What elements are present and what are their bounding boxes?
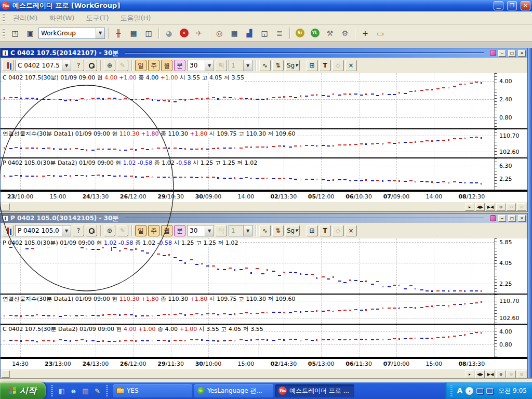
ime-indicator[interactable]: A: [457, 387, 462, 395]
grid-layout-button[interactable]: ⊞: [307, 60, 318, 71]
chart-maximize-button[interactable]: ▢: [508, 215, 516, 222]
quote-board-icon[interactable]: ▤: [127, 27, 140, 39]
network-icon[interactable]: [476, 388, 483, 394]
signal-button[interactable]: Sg▼: [285, 225, 300, 236]
grid-nav-button[interactable]: ⊞: [517, 203, 526, 211]
task-yes[interactable]: YES: [113, 384, 192, 397]
text-tool-button[interactable]: T: [320, 225, 331, 236]
workgroup-combo-arrow-icon[interactable]: ▼: [96, 28, 104, 38]
crosshair-button[interactable]: ⊕: [104, 225, 115, 236]
line-chart-button[interactable]: ∿: [259, 60, 271, 71]
pane-plot-area[interactable]: P 0402 105.0(30분) 01/09 09:00 현 1.02 -0.…: [1, 238, 494, 294]
start-button[interactable]: 시작: [0, 382, 46, 399]
period-button-2[interactable]: 월: [161, 60, 172, 71]
mail-icon[interactable]: ▥: [81, 387, 90, 395]
symbol-combobox[interactable]: C 0402 107.5▼: [15, 60, 71, 71]
pane-plot-area[interactable]: P 0402 105.0(30분 Data2) 01/09 09:00 현 1.…: [1, 158, 494, 190]
candlestick-chart-icon[interactable]: ╫: [112, 27, 125, 39]
dart-icon[interactable]: ◎: [212, 27, 226, 39]
chart-maximize-button[interactable]: ▢: [508, 50, 516, 57]
scroll-right-button[interactable]: ▸: [465, 370, 474, 378]
minimize-button[interactable]: ▁: [494, 1, 503, 10]
line-chart-button[interactable]: ∿: [259, 225, 271, 236]
pane-plot-area[interactable]: C 0402 107.5(30분 Data2) 01/09 09:00 현 4.…: [1, 325, 494, 357]
help-button[interactable]: ?: [73, 60, 84, 71]
zoom-button[interactable]: [86, 225, 97, 236]
chart-window-titlebar-0[interactable]: C 0402 107.5(20142107) - 30분─▢✕: [1, 48, 527, 58]
compress-button[interactable]: ▶◀: [486, 203, 495, 211]
text-tool-button[interactable]: T: [320, 60, 331, 71]
pin-icon[interactable]: [490, 215, 496, 221]
tick-combobox[interactable]: 1▼: [229, 60, 252, 71]
stock-search-icon[interactable]: ◫: [142, 27, 155, 39]
updown-button[interactable]: ⇅: [272, 60, 284, 71]
scroll-right-button[interactable]: ▸: [465, 203, 474, 211]
pan-lr-button[interactable]: ◀▶: [475, 203, 485, 211]
interval-combo-arrow-icon[interactable]: ▼: [205, 225, 214, 236]
period-button-1[interactable]: 주: [148, 225, 159, 236]
restore-button[interactable]: ❐: [507, 1, 517, 10]
zoom-out-button[interactable]: ⊖: [507, 203, 516, 211]
period-button-0[interactable]: 일: [135, 225, 147, 236]
symbol-combo-arrow-icon[interactable]: ▼: [62, 225, 71, 236]
period-button-minute[interactable]: 분: [174, 225, 185, 236]
toolbar-grip[interactable]: [3, 29, 5, 38]
chart-close-button[interactable]: ✕: [518, 50, 526, 57]
clock[interactable]: 오전 9:05: [498, 387, 527, 395]
diamond-tool-button[interactable]: ◇: [332, 60, 344, 71]
wrench-icon[interactable]: ⚒: [323, 27, 337, 39]
draw-pencil-button[interactable]: ✎: [117, 60, 128, 71]
draw-pencil-button[interactable]: ✎: [117, 225, 128, 236]
compress-button[interactable]: ▶◀: [486, 370, 495, 378]
chart-close-tool-button[interactable]: ×: [345, 225, 357, 236]
network-icon-2[interactable]: [486, 388, 493, 394]
task-yestrader[interactable]: Yes예스트레이더 프로 ...: [275, 384, 354, 397]
symbol-select-button[interactable]: [2, 60, 14, 71]
chart-close-tool-button[interactable]: ×: [345, 60, 357, 71]
interval-combobox[interactable]: 30▼: [187, 225, 214, 236]
interval-combo-arrow-icon[interactable]: ▼: [205, 60, 214, 71]
bar-chart-icon[interactable]: ▟: [243, 27, 256, 39]
scroll-box[interactable]: [2, 203, 10, 210]
menu-item-2[interactable]: 도구(T): [81, 12, 114, 24]
pane-plot-area[interactable]: 연결선물지수(30분 Data1) 01/09 09:00 현 110.30 +…: [1, 129, 494, 157]
stop-icon[interactable]: ✕: [177, 27, 191, 39]
scroll-box[interactable]: [2, 370, 10, 378]
pane-plot-area[interactable]: 연결선물지수(30분 Data1) 01/09 09:00 현 110.30 +…: [1, 295, 494, 324]
yl-badge-icon[interactable]: YL: [308, 27, 322, 39]
language-bar-icon[interactable]: ‹: [466, 387, 473, 395]
help-button[interactable]: ?: [73, 225, 84, 236]
news-icon[interactable]: ≣: [273, 27, 286, 39]
app-titlebar[interactable]: Yes 예스트레이더 프로 [WorkGroup] ▁ ❐ ✕: [0, 0, 532, 11]
chart-minimize-button[interactable]: ─: [498, 215, 506, 222]
tick-button[interactable]: 틱: [216, 60, 227, 71]
new-window-icon[interactable]: ◳: [8, 27, 22, 39]
expand-icon[interactable]: +: [358, 27, 372, 39]
tick-combo-arrow-icon[interactable]: ▼: [243, 60, 252, 71]
pin-icon[interactable]: [490, 50, 496, 56]
workgroup-combobox[interactable]: WorkGroup▼: [38, 28, 105, 39]
ie-icon[interactable]: e: [69, 387, 78, 395]
period-button-1[interactable]: 주: [148, 60, 159, 71]
zoom-out-button[interactable]: ⊖: [507, 370, 516, 378]
menu-item-0[interactable]: 관리(M): [8, 12, 43, 24]
period-button-0[interactable]: 일: [135, 60, 147, 71]
grid-layout-button[interactable]: ⊞: [307, 225, 318, 236]
close-button[interactable]: ✕: [521, 1, 530, 10]
gear-icon[interactable]: ⚙: [338, 27, 352, 39]
media-icon[interactable]: ✎: [93, 387, 102, 395]
send-icon[interactable]: ✈: [192, 27, 206, 39]
calendar-search-icon[interactable]: ▦: [228, 27, 241, 39]
zoom-in-button[interactable]: ⊕: [496, 203, 506, 211]
menu-item-1[interactable]: 화면(W): [44, 12, 79, 24]
diamond-tool-button[interactable]: ◇: [332, 225, 344, 236]
menu-item-3[interactable]: 도움말(H): [115, 12, 156, 24]
task-yeslanguage[interactable]: YLYesLanguage 편...: [194, 384, 273, 397]
interval-combobox[interactable]: 30▼: [187, 60, 214, 71]
pan-lr-button[interactable]: ◀▶: [475, 370, 485, 378]
pane-plot-area[interactable]: C 0402 107.5(30분) 01/09 09:00 현 4.00 +1.…: [1, 73, 494, 128]
save-icon[interactable]: ▣: [23, 27, 37, 39]
menubar-grip[interactable]: [3, 14, 5, 23]
crosshair-button[interactable]: ⊕: [104, 60, 115, 71]
updown-button[interactable]: ⇅: [272, 225, 284, 236]
